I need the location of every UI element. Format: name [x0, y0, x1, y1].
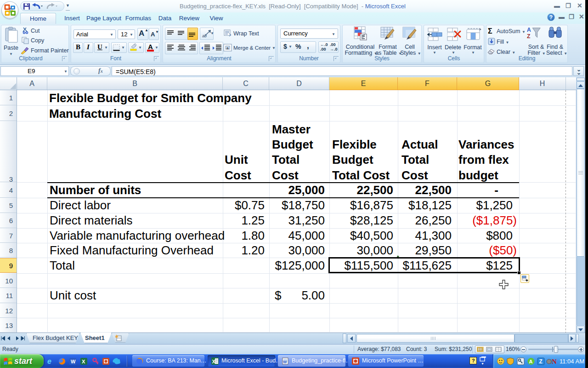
svg-text:A: A	[529, 359, 533, 364]
svg-text:Z: Z	[539, 358, 543, 365]
svg-text:X: X	[212, 359, 216, 364]
svg-text:e: e	[47, 357, 51, 365]
svg-text:N: N	[552, 358, 557, 365]
svg-text:W: W	[283, 360, 287, 364]
svg-text:X: X	[82, 359, 85, 364]
svg-text:a: a	[226, 46, 229, 50]
svg-text:A: A	[527, 27, 531, 33]
svg-text:Z: Z	[527, 33, 531, 40]
svg-text:W: W	[71, 359, 76, 364]
